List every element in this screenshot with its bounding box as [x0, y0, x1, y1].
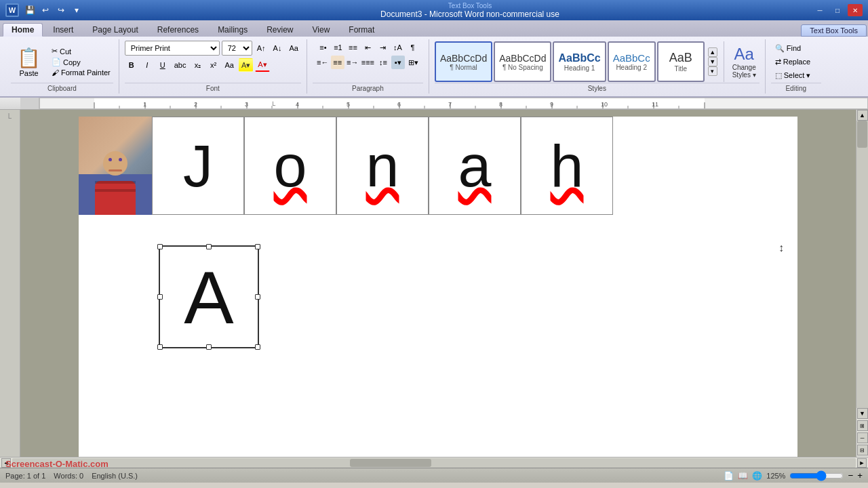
- view-normal-button[interactable]: 📄: [724, 471, 734, 481]
- zoom-in-button[interactable]: +: [857, 470, 863, 481]
- editing-group: 🔍 Find ⇄ Replace ⬚ Select ▾ Editing: [766, 39, 827, 94]
- copy-button[interactable]: 📄 Copy: [49, 57, 113, 67]
- subscript-button[interactable]: x₂: [191, 58, 205, 72]
- style-heading2-button[interactable]: AaBbCc Heading 2: [608, 41, 656, 82]
- style-heading1-button[interactable]: AaBbCc Heading 1: [553, 41, 606, 82]
- style-title-button[interactable]: AaB Title: [657, 41, 705, 82]
- ribbon: Home Insert Page Layout References Maili…: [0, 20, 868, 98]
- tab-textbox-tools[interactable]: Text Box Tools: [801, 24, 867, 37]
- zoom-shrink-button[interactable]: ⊟: [857, 445, 868, 455]
- styles-scroll-up[interactable]: ▲: [708, 47, 717, 57]
- numbering-button[interactable]: ≡1: [331, 41, 344, 54]
- shrink-font-button[interactable]: A↓: [271, 41, 285, 55]
- zoom-slider[interactable]: [789, 472, 844, 480]
- handle-bottom-center[interactable]: [206, 344, 212, 350]
- strikethrough-button[interactable]: abc: [172, 58, 189, 72]
- clear-format-button[interactable]: Aa: [286, 41, 300, 55]
- replace-label: Replace: [783, 58, 810, 66]
- font-name-selector[interactable]: Primer Print: [125, 41, 220, 56]
- tab-view[interactable]: View: [304, 23, 339, 37]
- paste-button[interactable]: 📋 Paste: [11, 41, 47, 83]
- cut-label: Cut: [60, 47, 71, 56]
- shading-button[interactable]: ▪▾: [391, 56, 405, 69]
- superscript-button[interactable]: x²: [207, 58, 220, 72]
- document-area[interactable]: J o n a h: [20, 110, 856, 457]
- split-button[interactable]: ─: [857, 432, 868, 443]
- svg-text:6: 6: [397, 101, 401, 108]
- handle-middle-right[interactable]: [255, 294, 260, 300]
- borders-button[interactable]: ⊞▾: [406, 56, 420, 69]
- line-spacing-button[interactable]: ↕≡: [376, 56, 390, 69]
- minimize-button[interactable]: ─: [812, 4, 827, 16]
- tab-insert[interactable]: Insert: [44, 23, 82, 37]
- underline-button[interactable]: U: [156, 58, 170, 72]
- select-button[interactable]: ⬚ Select ▾: [771, 70, 815, 81]
- grow-font-button[interactable]: A↑: [254, 41, 269, 55]
- bold-button[interactable]: B: [125, 58, 138, 72]
- handle-bottom-left[interactable]: [157, 344, 163, 350]
- tab-home[interactable]: Home: [3, 23, 43, 37]
- format-painter-button[interactable]: 🖌 Format Painter: [49, 68, 113, 77]
- styles-label: Styles: [435, 83, 760, 92]
- tab-mailings[interactable]: Mailings: [209, 23, 256, 37]
- align-right-button[interactable]: ≡→: [346, 56, 359, 69]
- decrease-indent-button[interactable]: ⇤: [361, 41, 374, 54]
- multilevel-button[interactable]: ≡≡: [346, 41, 359, 54]
- standalone-letter-box[interactable]: A: [159, 245, 259, 348]
- text-effects-button[interactable]: Aa: [222, 58, 237, 72]
- h-scroll-track[interactable]: [12, 458, 856, 468]
- sort-button[interactable]: ↕A: [391, 41, 404, 54]
- style-no-spacing-button[interactable]: AaBbCcDd ¶ No Spacing: [494, 41, 551, 82]
- style-normal-label: ¶ Normal: [450, 64, 477, 71]
- maximize-button[interactable]: □: [830, 4, 845, 16]
- handle-bottom-right[interactable]: [255, 344, 260, 350]
- align-center-button[interactable]: ≡≡: [331, 56, 344, 69]
- bullets-button[interactable]: ≡•: [316, 41, 330, 54]
- find-button[interactable]: 🔍 Find: [771, 43, 815, 54]
- highlight-button[interactable]: A▾: [239, 58, 253, 72]
- tab-references[interactable]: References: [149, 23, 208, 37]
- letter-card-J: J: [152, 117, 244, 215]
- close-button[interactable]: ✕: [848, 4, 863, 16]
- tab-page-layout[interactable]: Page Layout: [83, 23, 146, 37]
- styles-scroll-down[interactable]: ▼: [708, 57, 717, 66]
- tab-format[interactable]: Format: [340, 23, 383, 37]
- svg-text:3: 3: [245, 101, 248, 108]
- handle-top-left[interactable]: [157, 244, 163, 249]
- title-bar: W 💾 ↩ ↪ ▾ Text Box Tools Document3 - Mic…: [0, 0, 868, 20]
- scroll-right-button[interactable]: ►: [857, 458, 867, 468]
- cut-icon: ✂: [52, 47, 58, 56]
- ruler-content: 1234567891011 └: [39, 98, 868, 109]
- align-left-button[interactable]: ≡←: [316, 56, 330, 69]
- redo-button[interactable]: ↪: [54, 3, 68, 17]
- scroll-up-button[interactable]: ▲: [857, 110, 868, 121]
- undo-button[interactable]: ↩: [39, 3, 52, 17]
- styles-expand[interactable]: ▾: [708, 66, 717, 76]
- handle-top-center[interactable]: [206, 244, 212, 249]
- view-reading-button[interactable]: 📖: [738, 471, 748, 481]
- handle-middle-left[interactable]: [157, 294, 163, 300]
- show-formatting-button[interactable]: ¶: [406, 41, 419, 54]
- save-button[interactable]: 💾: [23, 3, 37, 17]
- letter-n: n: [366, 131, 399, 201]
- font-color-button[interactable]: A▾: [255, 58, 269, 72]
- letter-a: a: [458, 131, 492, 201]
- view-web-button[interactable]: 🌐: [752, 471, 762, 481]
- qa-dropdown[interactable]: ▾: [70, 3, 83, 17]
- scroll-down-button[interactable]: ▼: [857, 408, 868, 419]
- tab-review[interactable]: Review: [258, 23, 302, 37]
- cut-button[interactable]: ✂ Cut: [49, 46, 113, 56]
- h-scroll-thumb: [350, 459, 431, 467]
- justify-button[interactable]: ≡≡≡: [361, 56, 375, 69]
- italic-button[interactable]: I: [140, 58, 154, 72]
- handle-top-right[interactable]: [255, 244, 260, 249]
- paste-label: Paste: [19, 69, 38, 77]
- zoom-out-button[interactable]: −: [848, 470, 853, 481]
- change-styles-button[interactable]: Aa ChangeStyles ▾: [729, 41, 760, 82]
- zoom-expand-button[interactable]: ⊞: [857, 420, 868, 431]
- font-size-selector[interactable]: 72: [222, 41, 252, 56]
- scroll-track[interactable]: [856, 121, 868, 408]
- increase-indent-button[interactable]: ⇥: [376, 41, 389, 54]
- replace-button[interactable]: ⇄ Replace: [771, 56, 815, 68]
- style-normal-button[interactable]: AaBbCcDd ¶ Normal: [435, 41, 492, 82]
